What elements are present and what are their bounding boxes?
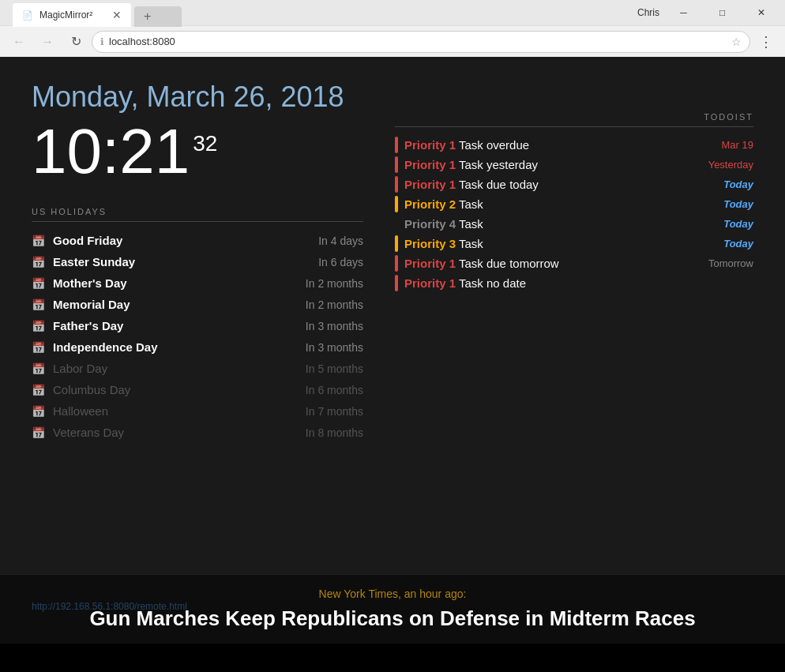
priority-bar: [395, 275, 398, 291]
close-button[interactable]: ✕: [743, 1, 779, 24]
task-title: Task due today: [456, 178, 539, 191]
task-item: Priority 1 Task yesterday Yesterday: [395, 155, 753, 175]
address-bar[interactable]: ℹ localhost:8080 ☆: [92, 31, 750, 53]
window-controls: ─ □ ✕: [666, 1, 779, 24]
holiday-days: In 6 months: [306, 384, 363, 396]
holiday-days: In 2 months: [306, 298, 363, 311]
task-date: Today: [723, 178, 753, 190]
holiday-item: 📅 Memorial Day In 2 months: [32, 294, 363, 315]
holiday-name: Good Friday: [53, 234, 310, 247]
tab-title: MagicMirror²: [39, 9, 106, 21]
task-item: Priority 1 Task overdue Mar 19: [395, 135, 753, 155]
main-area: Monday, March 26, 2018 10:21 32 US HOLID…: [0, 57, 785, 601]
holiday-name: Labor Day: [53, 362, 298, 375]
priority-bar: [395, 137, 398, 153]
todoist-title: TODOIST: [395, 112, 753, 127]
holiday-days: In 2 months: [306, 277, 363, 290]
holiday-name: Halloween: [53, 404, 298, 418]
priority-label: Priority 1: [404, 158, 456, 171]
task-date: Yesterday: [708, 159, 753, 171]
calendar-icon: 📅: [32, 320, 45, 332]
forward-button[interactable]: →: [35, 29, 60, 54]
time-display: 10:21 32: [32, 120, 363, 183]
calendar-icon: 📅: [32, 235, 45, 247]
title-bar-user: Chris: [637, 7, 659, 18]
priority-label: Priority 4: [404, 217, 456, 231]
task-name: Priority 1 Task overdue: [404, 138, 716, 152]
calendar-icon: 📅: [32, 384, 45, 396]
holiday-item: 📅 Independence Day In 3 months: [32, 336, 363, 358]
holiday-days: In 8 months: [306, 426, 363, 439]
holiday-item: 📅 Good Friday In 4 days: [32, 230, 363, 251]
calendar-icon: 📅: [32, 277, 45, 290]
title-bar: 📄 MagicMirror² ✕ + Chris ─ □ ✕: [0, 0, 785, 25]
tab-area: 📄 MagicMirror² ✕ +: [6, 0, 625, 27]
holiday-name: Independence Day: [53, 340, 298, 354]
task-date: Today: [723, 198, 753, 210]
news-headline: Gun Marches Keep Republicans on Defense …: [16, 606, 769, 631]
holiday-item: 📅 Easter Sunday In 6 days: [32, 251, 363, 272]
task-name: Priority 3 Task: [404, 237, 717, 250]
task-title: Task overdue: [456, 138, 529, 152]
tab-favicon: 📄: [22, 10, 33, 21]
holiday-name: Father's Day: [53, 319, 298, 332]
priority-bar: [395, 216, 398, 232]
holiday-days: In 3 months: [306, 320, 363, 332]
calendar-icon: 📅: [32, 405, 45, 418]
time-seconds: 32: [193, 131, 217, 156]
task-name: Priority 1 Task due today: [404, 178, 717, 191]
browser-menu-button[interactable]: ⋮: [753, 29, 779, 54]
lock-icon: ℹ: [100, 36, 104, 47]
task-title: Task: [456, 237, 483, 250]
task-date: Tomorrow: [708, 257, 753, 269]
priority-bar: [395, 176, 398, 193]
holiday-name: Columbus Day: [53, 383, 298, 396]
holiday-item: 📅 Columbus Day In 6 months: [32, 379, 363, 400]
holiday-name: Memorial Day: [53, 298, 298, 311]
left-column: Monday, March 26, 2018 10:21 32 US HOLID…: [32, 81, 363, 585]
task-title: Task: [456, 217, 483, 231]
task-item: Priority 1 Task no date: [395, 273, 753, 293]
active-tab[interactable]: 📄 MagicMirror² ✕: [13, 3, 131, 27]
holiday-name: Mother's Day: [53, 276, 298, 290]
task-title: Task: [456, 197, 483, 211]
calendar-icon: 📅: [32, 426, 45, 439]
priority-bar: [395, 235, 398, 252]
calendar-icon: 📅: [32, 362, 45, 375]
task-name: Priority 1 Task no date: [404, 276, 753, 290]
priority-bar: [395, 196, 398, 212]
calendar-icon: 📅: [32, 256, 45, 268]
task-list: Priority 1 Task overdue Mar 19 Priority …: [395, 135, 753, 293]
holidays-section-title: US HOLIDAYS: [32, 207, 363, 222]
calendar-icon: 📅: [32, 341, 45, 354]
priority-bar: [395, 255, 398, 272]
task-name: Priority 2 Task: [404, 197, 717, 211]
new-tab[interactable]: +: [134, 6, 182, 27]
maximize-button[interactable]: □: [704, 1, 740, 24]
priority-label: Priority 3: [404, 237, 456, 250]
priority-label: Priority 1: [404, 178, 456, 191]
priority-label: Priority 2: [404, 197, 456, 211]
priority-label: Priority 1: [404, 276, 456, 290]
task-date: Today: [723, 238, 753, 250]
task-name: Priority 4 Task: [404, 217, 717, 231]
time-hours-minutes: 10:21: [32, 120, 190, 183]
back-button[interactable]: ←: [6, 29, 32, 54]
news-ticker: New York Times, an hour ago: Gun Marches…: [0, 574, 785, 644]
task-item: Priority 3 Task Today: [395, 234, 753, 253]
task-name: Priority 1 Task yesterday: [404, 158, 702, 171]
tab-close-button[interactable]: ✕: [112, 9, 122, 21]
priority-label: Priority 1: [404, 257, 456, 270]
task-title: Task yesterday: [456, 158, 538, 171]
nav-bar: ← → ↻ ℹ localhost:8080 ☆ ⋮: [0, 25, 785, 57]
holiday-item: 📅 Halloween In 7 months: [32, 400, 363, 422]
refresh-button[interactable]: ↻: [63, 29, 88, 54]
bookmark-button[interactable]: ☆: [731, 36, 742, 48]
task-item: Priority 4 Task Today: [395, 214, 753, 234]
new-tab-icon: +: [144, 9, 151, 24]
calendar-icon: 📅: [32, 298, 45, 311]
holiday-list: 📅 Good Friday In 4 days 📅 Easter Sunday …: [32, 230, 363, 443]
minimize-button[interactable]: ─: [666, 1, 701, 24]
holiday-name: Veterans Day: [53, 426, 298, 439]
app-content: Monday, March 26, 2018 10:21 32 US HOLID…: [0, 57, 785, 644]
